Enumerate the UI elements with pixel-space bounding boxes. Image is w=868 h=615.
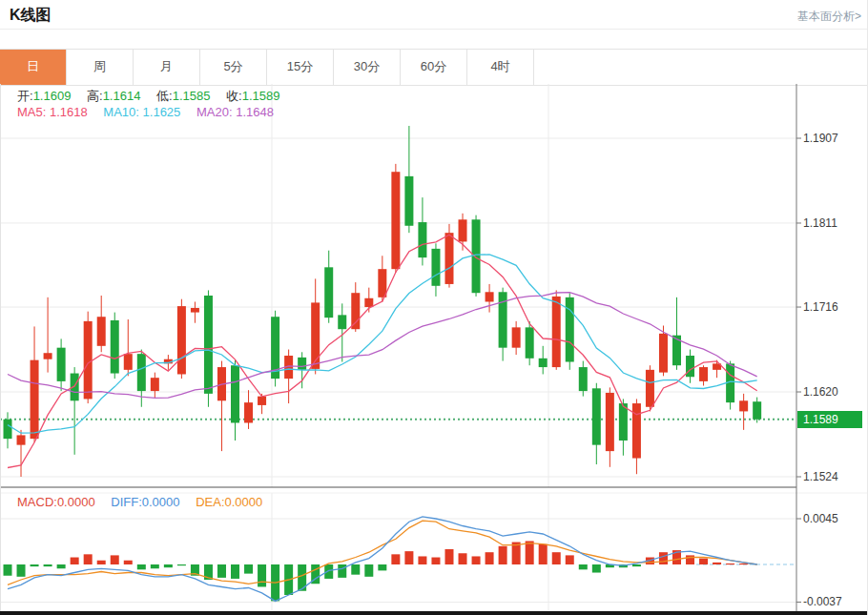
- close-label: 收:: [226, 89, 242, 103]
- tab-15min[interactable]: 15分: [267, 50, 334, 85]
- ma10-value: 1.1625: [143, 105, 181, 119]
- candlestick-macd-chart[interactable]: [0, 84, 868, 615]
- page-header: K线图 基本面分析>: [0, 0, 867, 30]
- tab-30min[interactable]: 30分: [334, 50, 401, 85]
- ma20-value: 1.1648: [236, 105, 274, 119]
- tab-month[interactable]: 月: [134, 50, 200, 85]
- low-label: 低:: [156, 89, 173, 103]
- y-axis-label: 1.1620: [803, 385, 838, 399]
- y-axis-label: 1.1907: [803, 132, 838, 145]
- tab-4hour[interactable]: 4时: [467, 50, 534, 85]
- ma20-label: MA20:: [196, 105, 233, 119]
- y-axis-label: 1.1716: [803, 300, 838, 314]
- tab-day[interactable]: 日: [0, 50, 67, 85]
- open-label: 开:: [17, 89, 33, 103]
- high-value: 1.1614: [103, 89, 141, 103]
- diff-value: 0.0000: [142, 495, 180, 509]
- y-axis-label: -0.0037: [803, 595, 842, 608]
- diff-label: DIFF:: [111, 495, 142, 509]
- macd-readout: MACD:0.0000 DIFF:0.0000 DEA:0.0000: [17, 495, 262, 509]
- period-tab-bar: 日 周 月 5分 15分 30分 60分 4时: [0, 49, 867, 86]
- dea-value: 0.0000: [225, 495, 263, 509]
- page-title: K线图: [10, 6, 52, 26]
- macd-value: 0.0000: [57, 495, 95, 509]
- y-axis-label: 1.1811: [803, 216, 837, 230]
- dea-label: DEA:: [196, 495, 224, 509]
- ma10-label: MA10:: [103, 105, 139, 119]
- close-value: 1.1589: [242, 89, 280, 103]
- current-price-badge: 1.1589: [797, 411, 862, 428]
- macd-label: MACD:: [17, 495, 57, 509]
- tab-week[interactable]: 周: [67, 50, 134, 85]
- low-value: 1.1585: [173, 89, 211, 103]
- ma-readout: MA5: 1.1618 MA10: 1.1625 MA20: 1.1648: [17, 105, 274, 119]
- ohlc-readout: 开:1.1609 高:1.1614 低:1.1585 收:1.1589: [17, 88, 279, 105]
- ma5-label: MA5:: [17, 105, 46, 119]
- ma5-value: 1.1618: [50, 105, 88, 119]
- fundamental-analysis-link[interactable]: 基本面分析>: [797, 9, 861, 25]
- open-value: 1.1609: [33, 89, 72, 103]
- tab-5min[interactable]: 5分: [200, 50, 267, 85]
- kline-page: K线图 基本面分析> 日 周 月 5分 15分 30分 60分 4时 开:1.1…: [0, 0, 868, 615]
- high-label: 高:: [87, 89, 103, 103]
- y-axis-label: 1.1524: [803, 470, 838, 483]
- y-axis-label: 0.0045: [803, 512, 838, 525]
- chart-area: 开:1.1609 高:1.1614 低:1.1585 收:1.1589 MA5:…: [0, 84, 868, 615]
- tab-60min[interactable]: 60分: [401, 50, 467, 85]
